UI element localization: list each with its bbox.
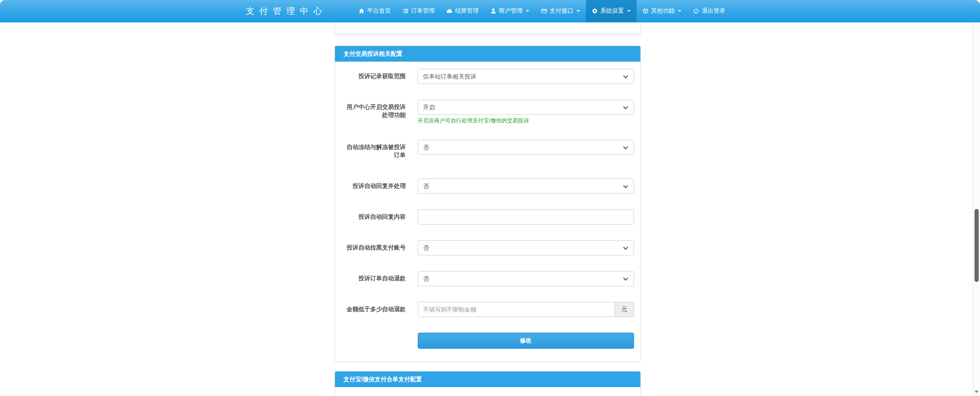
nav-label: 商户管理 xyxy=(499,7,523,15)
main-nav: 平台首页 订单管理 结算管理 商户管理 支付接口 xyxy=(353,0,731,22)
nav-label: 平台首页 xyxy=(367,7,391,15)
select-value: 仅本站订单相关投诉 xyxy=(423,69,476,84)
field-label: 投诉自动回复内容 xyxy=(341,209,418,225)
user-center-complaint-toggle-select[interactable]: 开启 xyxy=(418,100,634,115)
panel-body xyxy=(335,387,640,396)
nav-item-payment-interface[interactable]: 支付接口 xyxy=(535,0,586,22)
scrollbar-thumb[interactable] xyxy=(975,209,979,282)
nav-label: 退出登录 xyxy=(702,7,725,15)
chevron-down-icon xyxy=(623,144,628,149)
form-row-auto-refund: 投诉订单自动退款 否 xyxy=(341,271,634,286)
nav-label: 系统设置 xyxy=(600,7,624,15)
currency-unit-addon: 元 xyxy=(615,302,634,317)
gear-icon xyxy=(592,8,598,14)
scrollbar-down-arrow-icon[interactable] xyxy=(975,391,979,393)
field-label: 金额低于多少自动退款 xyxy=(341,302,418,317)
chevron-down-icon xyxy=(623,73,628,78)
field-label: 用户中心开启交易投诉处理功能 xyxy=(341,100,418,124)
field-label: 投诉自动拉黑支付账号 xyxy=(341,240,418,255)
list-icon xyxy=(403,8,408,14)
top-navbar: 支付管理中心 平台首页 订单管理 结算管理 商户管理 xyxy=(0,0,980,22)
nav-item-platform-home[interactable]: 平台首页 xyxy=(353,0,397,22)
select-value: 否 xyxy=(423,241,429,255)
form-row-auto-freeze: 自动冻结与解冻被投诉订单 否 xyxy=(341,140,634,159)
power-icon xyxy=(693,8,699,14)
user-icon xyxy=(490,8,496,14)
panel-body: 投诉记录获取范围 仅本站订单相关投诉 用户中心开启交易投诉处理功能 开启 xyxy=(335,62,640,361)
save-changes-button[interactable]: 修改 xyxy=(418,333,634,349)
form-row-auto-blacklist: 投诉自动拉黑支付账号 否 xyxy=(341,240,634,255)
nav-label: 支付接口 xyxy=(550,7,573,15)
home-icon xyxy=(359,8,365,14)
field-label: 投诉订单自动退款 xyxy=(341,271,418,286)
vertical-scrollbar[interactable] xyxy=(973,22,980,396)
cube-icon xyxy=(642,8,648,14)
chevron-down-icon xyxy=(623,245,628,250)
combined-pay-config-panel: 支付宝/微信支付合单支付配置 xyxy=(335,371,641,396)
nav-item-merchant-management[interactable]: 商户管理 xyxy=(485,0,535,22)
form-row-refund-threshold: 金额低于多少自动退款 元 xyxy=(341,302,634,317)
nav-label: 订单管理 xyxy=(411,7,435,15)
auto-reply-handle-select[interactable]: 否 xyxy=(418,179,634,194)
chevron-down-icon xyxy=(623,183,628,188)
page: 支付管理中心 平台首页 订单管理 结算管理 商户管理 xyxy=(0,0,980,396)
nav-label: 其他功能 xyxy=(651,7,675,15)
nav-label: 结算管理 xyxy=(455,7,479,15)
chevron-down-icon xyxy=(623,276,628,280)
nav-item-settlement-management[interactable]: 结算管理 xyxy=(441,0,485,22)
chevron-down-icon xyxy=(623,104,628,109)
caret-down-icon xyxy=(627,10,631,12)
field-label: 投诉记录获取范围 xyxy=(341,69,418,84)
auto-blacklist-select[interactable]: 否 xyxy=(418,240,634,255)
select-value: 开启 xyxy=(423,100,435,114)
form-row-user-center-toggle: 用户中心开启交易投诉处理功能 开启 开启后商户可自行处理支付宝/微信的交易投诉 xyxy=(341,100,634,124)
complaint-scope-select[interactable]: 仅本站订单相关投诉 xyxy=(418,69,634,84)
panel-title: 支付交易投诉相关配置 xyxy=(335,46,640,62)
field-help-text: 开启后商户可自行处理支付宝/微信的交易投诉 xyxy=(418,117,634,124)
brand-title[interactable]: 支付管理中心 xyxy=(246,0,327,22)
nav-item-logout[interactable]: 退出登录 xyxy=(687,0,731,22)
previous-panel-cutoff xyxy=(335,22,641,34)
caret-down-icon xyxy=(678,10,681,12)
form-row-auto-reply-handle: 投诉自动回复并处理 否 xyxy=(341,179,634,194)
caret-down-icon xyxy=(526,10,529,12)
caret-down-icon xyxy=(577,10,580,12)
panel-title: 支付宝/微信支付合单支付配置 xyxy=(335,372,640,387)
cloud-icon xyxy=(446,8,452,14)
complaint-config-panel: 支付交易投诉相关配置 投诉记录获取范围 仅本站订单相关投诉 用户中心开启交易投诉… xyxy=(335,46,641,362)
refund-amount-threshold-input[interactable] xyxy=(418,302,615,317)
form-row-submit: 修改 xyxy=(341,333,634,349)
select-value: 否 xyxy=(423,179,429,193)
field-label: 自动冻结与解冻被投诉订单 xyxy=(341,140,418,159)
credit-card-icon xyxy=(541,8,547,14)
nav-item-order-management[interactable]: 订单管理 xyxy=(397,0,441,22)
form-row-complaint-scope: 投诉记录获取范围 仅本站订单相关投诉 xyxy=(341,69,634,84)
auto-reply-content-input[interactable] xyxy=(418,209,634,225)
select-value: 否 xyxy=(423,271,429,286)
form-row-auto-reply-content: 投诉自动回复内容 xyxy=(341,209,634,225)
select-value: 否 xyxy=(423,140,429,155)
field-label: 投诉自动回复并处理 xyxy=(341,179,418,194)
nav-item-system-settings[interactable]: 系统设置 xyxy=(586,0,637,22)
auto-refund-select[interactable]: 否 xyxy=(418,271,634,286)
auto-freeze-select[interactable]: 否 xyxy=(418,140,634,155)
nav-item-other-functions[interactable]: 其他功能 xyxy=(637,0,687,22)
content-column: 支付交易投诉相关配置 投诉记录获取范围 仅本站订单相关投诉 用户中心开启交易投诉… xyxy=(335,22,641,396)
field-label xyxy=(341,333,418,349)
